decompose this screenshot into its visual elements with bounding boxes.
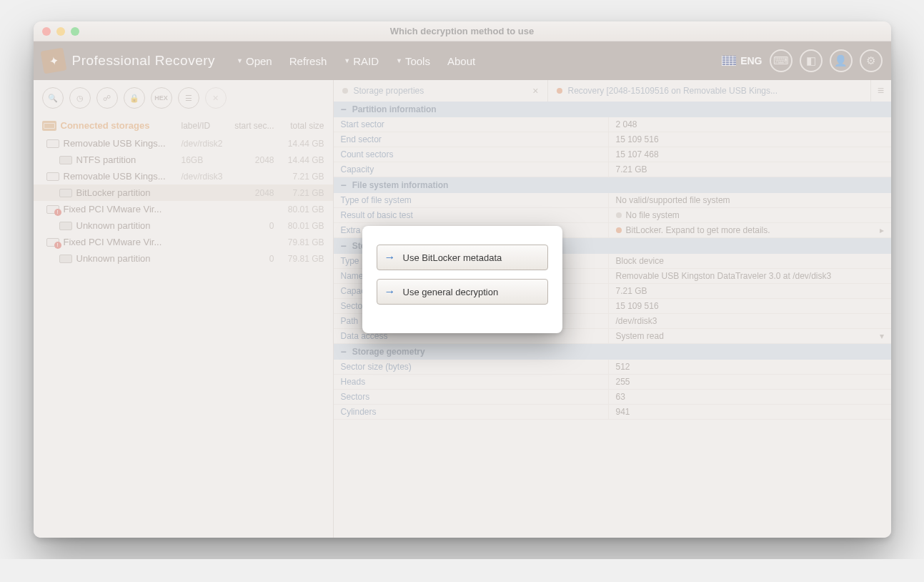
flag-icon (722, 56, 736, 66)
storage-partition-row[interactable]: BitLocker partition20487.21 GB (34, 184, 333, 201)
user-icon[interactable]: 👤 (830, 49, 853, 72)
drive-icon (46, 139, 59, 148)
language-selector[interactable]: ENG (722, 55, 762, 66)
app-logo-icon: ✦ (40, 47, 66, 74)
app-name: Professional Recovery (72, 53, 216, 69)
tab-recovery[interactable]: Recovery [2048-15109516 on Removable USB… (548, 80, 871, 102)
search-icon[interactable]: 🔍 (42, 87, 64, 109)
storage-drive-row[interactable]: Fixed PCI VMware Vir...79.81 GB (34, 234, 333, 250)
cancel-icon[interactable]: ✕ (205, 87, 227, 109)
menu-raid[interactable]: ▼RAID (337, 51, 386, 71)
chevron-down-icon: ▾ (880, 331, 884, 341)
chevron-right-icon: ▸ (880, 225, 884, 235)
section-filesystem[interactable]: −File system information (334, 177, 891, 193)
drive-icon (46, 172, 59, 181)
settings-icon[interactable]: ⚙ (860, 49, 883, 72)
storage-drive-row[interactable]: Removable USB Kings.../dev/rdisk214.44 G… (34, 135, 333, 152)
panel-icon[interactable]: ◧ (800, 49, 823, 72)
storage-list-header: Connected storages label/ID start sec...… (34, 116, 333, 135)
sidebar-toolbar: 🔍 ◷ ☍ 🔒 HEX ☰ ✕ (34, 80, 333, 116)
menu-about[interactable]: About (440, 51, 482, 71)
close-tab-icon[interactable]: × (532, 85, 538, 97)
partition-icon (59, 222, 72, 230)
sidebar: 🔍 ◷ ☍ 🔒 HEX ☰ ✕ Connected storages label… (34, 80, 334, 538)
scan-icon[interactable]: ◷ (69, 87, 91, 109)
partition-icon (59, 255, 72, 263)
drive-icon (46, 205, 59, 214)
list-icon[interactable]: ☰ (178, 87, 199, 109)
window-title: Which decryption method to use (34, 26, 891, 36)
app-window: Which decryption method to use ✦ Profess… (34, 21, 891, 538)
tab-dot-icon (557, 88, 562, 94)
arrow-right-icon: → (384, 251, 396, 264)
use-general-decryption-button[interactable]: → Use general decryption (377, 279, 548, 305)
status-dot-icon (616, 227, 622, 233)
section-geometry[interactable]: −Storage geometry (334, 344, 891, 360)
section-partition[interactable]: −Partition information (334, 102, 891, 117)
menu-refresh[interactable]: Refresh (282, 51, 334, 71)
arrow-right-icon: → (384, 285, 396, 298)
storage-drive-row[interactable]: Removable USB Kings.../dev/rdisk37.21 GB (34, 168, 333, 184)
storage-header-icon (42, 121, 56, 131)
titlebar: Which decryption method to use (34, 21, 891, 41)
app-logo: ✦ Professional Recovery (42, 49, 216, 72)
tab-storage-properties[interactable]: Storage properties × (334, 80, 548, 102)
save-scan-icon[interactable]: ☍ (96, 87, 118, 109)
drive-icon (46, 238, 59, 247)
lock-icon[interactable]: 🔒 (124, 87, 145, 109)
use-bitlocker-metadata-button[interactable]: → Use BitLocker metadata (377, 245, 548, 270)
keyboard-icon[interactable]: ⌨ (770, 49, 793, 72)
storage-partition-row[interactable]: Unknown partition080.01 GB (34, 217, 333, 234)
tabs: Storage properties × Recovery [2048-1510… (334, 80, 891, 102)
data-access-row[interactable]: System read▾ (609, 329, 891, 343)
tabs-menu-icon[interactable]: ≡ (871, 80, 891, 102)
window-controls (34, 27, 79, 36)
minimize-window-icon[interactable] (56, 27, 65, 36)
storage-drive-row[interactable]: Fixed PCI VMware Vir...80.01 GB (34, 201, 333, 217)
close-window-icon[interactable] (42, 27, 51, 36)
hex-icon[interactable]: HEX (151, 87, 172, 109)
decryption-method-dialog: → Use BitLocker metadata → Use general d… (362, 226, 562, 333)
tab-dot-icon (342, 88, 348, 94)
extra-results-row[interactable]: BitLocker. Expand to get more details.▸ (609, 223, 891, 237)
partition-icon (59, 189, 72, 197)
menu-open[interactable]: ▼Open (229, 51, 279, 71)
menubar: ✦ Professional Recovery ▼Open Refresh ▼R… (34, 41, 891, 80)
maximize-window-icon[interactable] (71, 27, 79, 36)
storage-partition-row[interactable]: NTFS partition16GB204814.44 GB (34, 152, 333, 168)
menu-tools[interactable]: ▼Tools (389, 51, 437, 71)
storage-partition-row[interactable]: Unknown partition079.81 GB (34, 250, 333, 267)
status-dot-icon (616, 212, 622, 218)
storage-tree: Removable USB Kings.../dev/rdisk214.44 G… (34, 135, 333, 538)
partition-icon (59, 156, 72, 164)
